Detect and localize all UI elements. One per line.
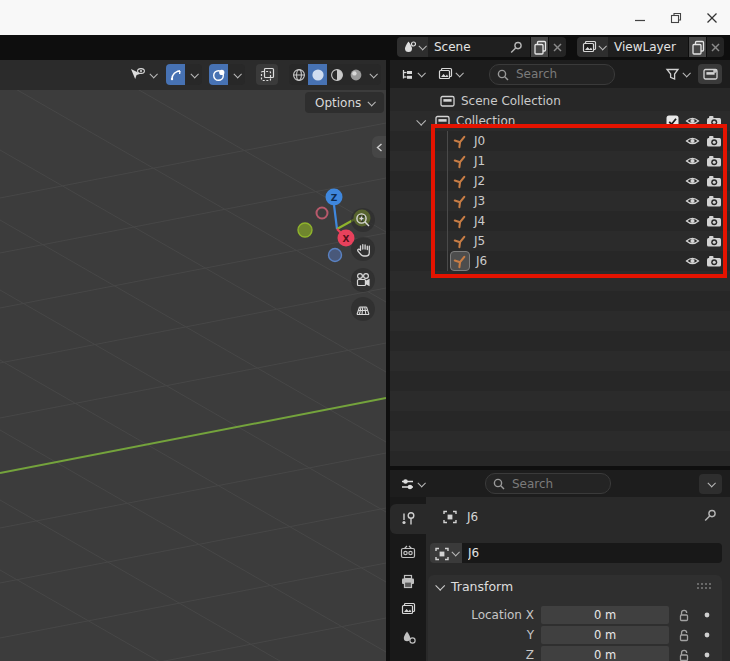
- disable-render-camera-icon[interactable]: [706, 235, 722, 248]
- display-mode-button[interactable]: [435, 64, 465, 84]
- pan-tool-button[interactable]: [351, 237, 375, 261]
- shading-dropdown[interactable]: [365, 64, 381, 85]
- pin-id-icon[interactable]: [702, 508, 718, 524]
- viewport-3d[interactable]: Options Z Y X: [0, 60, 386, 661]
- options-button[interactable]: Options: [305, 92, 384, 113]
- scene-new-copy-button[interactable]: [531, 37, 548, 57]
- shading-solid-button[interactable]: [308, 64, 327, 85]
- viewlayer-new-button[interactable]: [689, 37, 706, 57]
- lock-icon[interactable]: [677, 628, 691, 642]
- new-collection-button[interactable]: [698, 64, 722, 84]
- xray-toggle[interactable]: [256, 64, 278, 85]
- filter-button[interactable]: [662, 64, 692, 84]
- camera-view-button[interactable]: [351, 268, 375, 292]
- animate-dot-icon[interactable]: [703, 651, 711, 659]
- hide-eye-icon[interactable]: [685, 235, 700, 247]
- restore-button[interactable]: [658, 0, 694, 35]
- outliner-row-object[interactable]: J3: [390, 191, 730, 211]
- overlays-dropdown[interactable]: [228, 64, 245, 85]
- object-name-input[interactable]: [462, 543, 722, 563]
- gizmos-dropdown[interactable]: [185, 64, 202, 85]
- outliner-search[interactable]: [489, 64, 615, 85]
- outliner-row-object[interactable]: J2: [390, 171, 730, 191]
- properties-search-input[interactable]: [510, 476, 604, 492]
- hide-eye-icon[interactable]: [685, 155, 700, 167]
- outliner-search-input[interactable]: [514, 66, 608, 82]
- transform-panel-header[interactable]: Transform: [436, 575, 513, 597]
- outliner-row-object[interactable]: J0: [390, 131, 730, 151]
- animate-dot-icon[interactable]: [703, 631, 711, 639]
- properties-search[interactable]: [485, 473, 611, 494]
- outliner-row-object[interactable]: J1: [390, 151, 730, 171]
- viewlayer-name-field[interactable]: ViewLayer: [608, 37, 688, 57]
- disable-render-camera-icon[interactable]: [706, 215, 722, 228]
- object-name: J3: [474, 194, 485, 208]
- tab-render[interactable]: [390, 537, 426, 567]
- scene-selector[interactable]: Scene: [397, 37, 566, 57]
- pin-icon[interactable]: [508, 40, 524, 55]
- disclosure-chevron-icon[interactable]: [416, 115, 426, 125]
- gizmo-neg-x-ball[interactable]: [317, 208, 328, 219]
- gizmo-neg-z-ball[interactable]: [329, 249, 342, 262]
- scene-name-field[interactable]: Scene: [428, 37, 530, 57]
- exclude-checkbox[interactable]: [666, 115, 679, 128]
- outliner-row-object[interactable]: J5: [390, 231, 730, 251]
- scene-datablock-menu[interactable]: [397, 37, 428, 57]
- object-id-menu[interactable]: [430, 543, 462, 563]
- location-y-field[interactable]: 0 m: [541, 626, 669, 644]
- close-button[interactable]: [694, 0, 730, 35]
- tab-view-layer[interactable]: [390, 594, 426, 624]
- disable-render-camera-icon[interactable]: [706, 115, 722, 128]
- location-x-field[interactable]: 0 m: [541, 606, 669, 624]
- disable-render-camera-icon[interactable]: [706, 175, 722, 188]
- tab-tool[interactable]: [390, 504, 426, 534]
- gizmo-neg-y-ball[interactable]: [298, 223, 312, 237]
- panel-expand-chevron-icon[interactable]: [435, 580, 445, 590]
- orthographic-toggle-button[interactable]: [351, 297, 375, 321]
- wireframe-sphere-icon: [292, 68, 306, 82]
- outliner-editor-icon: [400, 68, 415, 81]
- outliner-row-scene-collection[interactable]: Scene Collection: [390, 91, 730, 111]
- shading-material-button[interactable]: [327, 64, 346, 85]
- new-collection-icon: [703, 68, 718, 81]
- outliner-row-collection[interactable]: Collection: [390, 111, 730, 131]
- zoom-tool-button[interactable]: [351, 208, 375, 232]
- tab-output[interactable]: [390, 566, 426, 596]
- disable-render-camera-icon[interactable]: [706, 255, 722, 268]
- gizmos-toggle[interactable]: [166, 64, 185, 85]
- hide-eye-icon[interactable]: [685, 215, 700, 227]
- shading-rendered-button[interactable]: [346, 64, 365, 85]
- properties-options-dropdown[interactable]: [699, 474, 722, 494]
- hide-eye-icon[interactable]: [685, 255, 700, 267]
- location-z-field[interactable]: 0 m: [541, 646, 669, 661]
- hide-eye-icon[interactable]: [685, 195, 700, 207]
- outliner[interactable]: Scene Collection Collection J0 J1 J2 J3 …: [390, 88, 730, 466]
- disable-render-camera-icon[interactable]: [706, 195, 722, 208]
- lock-icon[interactable]: [677, 608, 691, 622]
- lock-icon[interactable]: [677, 648, 691, 661]
- animate-dot-icon[interactable]: [703, 611, 711, 619]
- minimize-button[interactable]: [622, 0, 658, 35]
- editor-type-button[interactable]: [397, 64, 427, 84]
- viewlayer-datablock-menu[interactable]: [577, 37, 608, 57]
- sidebar-toggle[interactable]: [372, 136, 386, 158]
- hide-eye-icon[interactable]: [685, 115, 700, 127]
- scene-unlink-button[interactable]: [549, 37, 566, 57]
- outliner-row-object[interactable]: J4: [390, 211, 730, 231]
- hide-eye-icon[interactable]: [685, 175, 700, 187]
- disable-render-camera-icon[interactable]: [706, 155, 722, 168]
- outliner-row-object-selected[interactable]: J6: [390, 251, 730, 271]
- tab-scene[interactable]: [390, 622, 426, 652]
- shading-wireframe-button[interactable]: [289, 64, 308, 85]
- object-visibility-dropdown[interactable]: [124, 64, 160, 85]
- gizmo-z-ball[interactable]: Z: [326, 189, 343, 206]
- properties-editor[interactable]: J6 Transform Location X 0 m Y 0 m: [426, 497, 730, 661]
- viewlayer-remove-button[interactable]: [707, 37, 724, 57]
- disable-render-camera-icon[interactable]: [706, 135, 722, 148]
- viewlayer-selector[interactable]: ViewLayer: [577, 37, 724, 57]
- hide-eye-icon[interactable]: [685, 135, 700, 147]
- panel-grip-icon[interactable]: [696, 582, 712, 590]
- overlays-toggle[interactable]: [209, 64, 228, 85]
- properties-editor-type-button[interactable]: [397, 474, 427, 494]
- chevron-down-icon: [369, 70, 377, 78]
